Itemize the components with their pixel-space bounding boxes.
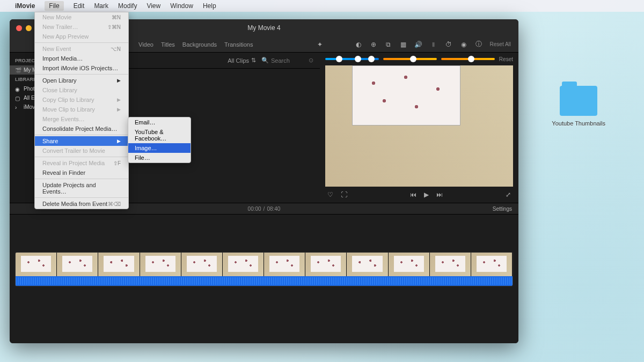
menu-help[interactable]: Help (203, 2, 216, 10)
stabilize-icon[interactable]: ▦ (400, 41, 407, 48)
clips-filter-button[interactable]: All Clips⇅ (228, 57, 256, 64)
menu-update-projects[interactable]: Update Projects and Events… (35, 180, 128, 196)
movie-icon: 🎬 (15, 68, 20, 73)
play-button[interactable]: ▶ (424, 191, 429, 198)
midtones-slider[interactable] (383, 58, 437, 60)
color-balance-icon[interactable]: ◐ (355, 41, 362, 48)
next-button[interactable]: ⏭ (436, 191, 443, 198)
folder-icon (560, 86, 597, 116)
menu-new-event[interactable]: New Event⌥N (35, 44, 128, 54)
window-title: My Movie 4 (247, 24, 280, 32)
menu-new-movie[interactable]: New Movie⌘N (35, 12, 128, 22)
menu-share[interactable]: Share▶ (35, 136, 128, 146)
menu-copy-clip[interactable]: Copy Clip to Library▶ (35, 95, 128, 105)
total-time: 08:40 (267, 206, 280, 212)
prev-button[interactable]: ⏮ (410, 191, 416, 198)
color-correction-icon[interactable]: ⊕ (370, 41, 377, 48)
square-icon: ▢ (15, 95, 20, 101)
menu-view[interactable]: View (147, 2, 160, 10)
app-name[interactable]: iMovie (15, 2, 35, 10)
menu-consolidate[interactable]: Consolidate Project Media… (35, 124, 128, 134)
menu-merge-events[interactable]: Merge Events… (35, 114, 128, 124)
volume-icon[interactable]: 🔊 (415, 41, 422, 48)
tab-video[interactable]: Video (138, 41, 153, 48)
updown-icon: ⇅ (251, 57, 256, 64)
audio-waveform[interactable] (16, 276, 513, 286)
options-icon[interactable]: ⊙ (309, 57, 313, 64)
tab-titles[interactable]: Titles (161, 41, 175, 48)
filter-icon[interactable]: ◉ (460, 41, 467, 48)
menu-reveal-project[interactable]: Reveal in Project Media⇧F (35, 158, 128, 168)
menu-mark[interactable]: Mark (94, 2, 108, 10)
fullscreen-icon[interactable]: ⤢ (506, 191, 511, 198)
menu-close-library[interactable]: Close Library (35, 85, 128, 95)
current-time: 00:00 (248, 206, 261, 212)
search-input[interactable] (271, 57, 303, 64)
fit-icon[interactable]: ⛶ (341, 191, 347, 198)
minimize-window-button[interactable] (26, 25, 32, 31)
tab-transitions[interactable]: Transitions (224, 41, 253, 48)
close-window-button[interactable] (16, 25, 22, 31)
speed-icon[interactable]: ⏱ (445, 41, 452, 48)
tab-backgrounds[interactable]: Backgrounds (182, 41, 217, 48)
video-clip[interactable] (15, 252, 513, 286)
menu-delete-media[interactable]: Delete Media from Event⌘⌫ (35, 199, 128, 209)
menu-reveal-finder[interactable]: Reveal in Finder (35, 168, 128, 178)
menu-convert-trailer[interactable]: Convert Trailer to Movie (35, 146, 128, 156)
chevron-right-icon: › (15, 105, 20, 110)
file-menu-dropdown: New Movie⌘N New Trailer…⇧⌘N New App Prev… (34, 12, 129, 209)
share-file[interactable]: File… (128, 153, 191, 162)
macos-menubar: iMovie File Edit Mark Modify View Window… (0, 0, 644, 12)
search-icon: 🔍 (261, 57, 269, 64)
crop-icon[interactable]: ⧉ (385, 41, 392, 48)
menu-modify[interactable]: Modify (118, 2, 137, 10)
share-submenu: Email… YouTube & Facebook… Image… File… (128, 117, 191, 163)
timeline-settings-button[interactable]: Settings (493, 206, 512, 212)
folder-label: Youtube Thumbnails (552, 120, 605, 127)
menu-import-ios[interactable]: Import iMovie iOS Projects… (35, 63, 128, 73)
highlights-slider[interactable] (441, 58, 495, 60)
info-icon[interactable]: ⓘ (475, 41, 482, 48)
noise-icon[interactable]: ⫴ (430, 41, 437, 48)
menu-open-library[interactable]: Open Library▶ (35, 76, 128, 85)
menu-import-media[interactable]: Import Media… (35, 54, 128, 63)
menu-file[interactable]: File (45, 1, 63, 11)
shadows-slider[interactable] (325, 58, 379, 60)
favorite-icon[interactable]: ♡ (327, 191, 333, 198)
menu-edit[interactable]: Edit (74, 2, 85, 10)
menu-move-clip[interactable]: Move Clip to Library▶ (35, 105, 128, 114)
menu-new-app-preview[interactable]: New App Preview (35, 32, 128, 41)
share-email[interactable]: Email… (128, 117, 191, 127)
reset-all-button[interactable]: Reset All (490, 41, 511, 47)
desktop-folder[interactable]: Youtube Thumbnails (552, 86, 605, 127)
video-preview[interactable] (325, 65, 513, 187)
menu-new-trailer[interactable]: New Trailer…⇧⌘N (35, 22, 128, 32)
magic-wand-icon[interactable]: ✦ (316, 41, 324, 48)
viewer-panel: Reset ♡ ⛶ ⏮ ▶ ⏭ ⤢ (320, 53, 518, 203)
share-image[interactable]: Image… (128, 143, 191, 153)
timeline[interactable] (10, 215, 518, 343)
share-youtube-facebook[interactable]: YouTube & Facebook… (128, 127, 191, 143)
menu-window[interactable]: Window (170, 2, 193, 10)
sliders-reset-button[interactable]: Reset (499, 56, 513, 62)
circle-icon: ◉ (15, 86, 20, 92)
